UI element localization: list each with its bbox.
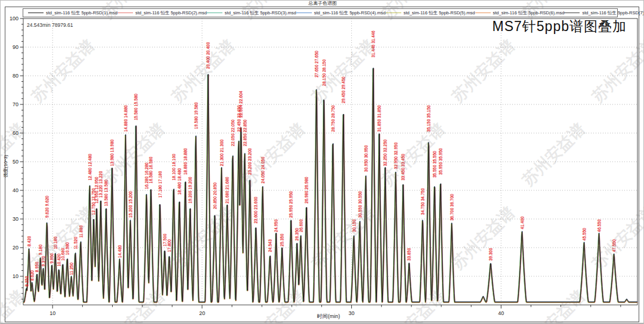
legend-item-label: std_sim-116 恒生 5ppb-RSD(7).msd [582, 10, 644, 16]
peak-retention-label: 17.800 [168, 239, 172, 252]
legend-line-sample [386, 13, 401, 13]
peak-retention-label: 31.850 31.850 [377, 105, 382, 132]
y-tick-label: 70 [13, 101, 18, 107]
peak-retention-label: 16.580 16.580 [149, 157, 153, 184]
peak-retention-label: 28.750 28.750 [331, 105, 335, 132]
peak-retention-label: 30.950 30.950 [364, 145, 369, 172]
legend-item-label: std_sim-116 恒生 5ppb-RSD(3).msd [225, 10, 296, 16]
peak-retention-label: 28.150 28.150 [322, 59, 326, 86]
legend-item-2[interactable]: std_sim-116 恒生 5ppb-RSD(2).msd [117, 10, 207, 16]
y-tick-label: 60 [13, 130, 18, 136]
x-axis-label: 时间(min) [296, 313, 361, 320]
peak-retention-label: 32.950 32.950 [394, 143, 398, 169]
peak-retention-label: 33.450 33.450 [401, 154, 405, 181]
peak-retention-label: 10.180 [54, 236, 58, 249]
peak-retention-label: 24.950 [274, 219, 278, 232]
trace-legend: std_sim-116 恒生 5ppb-RSD(1).msdstd_sim-11… [23, 8, 618, 17]
instrument-chromatogram-window: 总离子色谱图 std_sim-116 恒生 5ppb-RSD(1).msdstd… [0, 0, 644, 324]
legend-item-label: std_sim-116 恒生 5ppb-RSD(1).msd [46, 10, 117, 16]
peak-retention-label: 18.100 18.100 [172, 154, 176, 181]
y-tick-label: 20 [13, 245, 18, 251]
legend-item-label: std_sim-116 恒生 5ppb-RSD(5).msd [404, 10, 475, 16]
peak-retention-label: 25.350 [280, 233, 284, 246]
legend-line-sample [117, 13, 133, 13]
x-tick-label: 10 [49, 310, 55, 316]
peak-retention-label: 23.600 23.600 [254, 197, 258, 224]
tic-trace-replicate [23, 69, 637, 303]
peak-retention-label: 18.880 18.880 [184, 148, 188, 175]
peak-retention-label: 30.150 [352, 219, 357, 232]
peak-retention-label: 13.980 13.980 [110, 140, 114, 166]
chromatogram-canvas[interactable]: 102030405060708090100102030408.2508.2508… [1, 1, 644, 324]
y-tick-label: 50 [13, 159, 18, 165]
y-axis-label: 强度(10^3) [2, 147, 9, 186]
peak-retention-label: 11.520 [74, 237, 78, 249]
peak-retention-label: 17.180 17.180 [158, 171, 162, 198]
peak-retention-label: 26.980 26.980 [305, 177, 309, 203]
legend-item-6[interactable]: std_sim-116 恒生 5ppb-RSD(6).msd [475, 10, 565, 16]
peak-retention-label: 25.950 25.950 [289, 191, 293, 218]
peak-retention-label: 11.880 [79, 226, 83, 238]
legend-item-7[interactable]: std_sim-116 恒生 5ppb-RSD(7).msd [564, 10, 644, 16]
peak-retention-label: 24.050 24.050 [261, 157, 265, 184]
peak-retention-label: 13.220 13.220 [99, 171, 103, 198]
peak-retention-label: 39.300 [489, 248, 493, 261]
peak-retention-label: 9.370 [42, 256, 46, 267]
legend-line-sample [28, 13, 44, 13]
peak-retention-label: 19.580 19.580 [194, 102, 199, 129]
peak-retention-label: 22.050 22.050 [231, 119, 235, 146]
legend-item-label: std_sim-116 恒生 5ppb-RSD(6).msd [493, 10, 565, 16]
peak-retention-label: 8.620 [30, 270, 35, 281]
x-tick-label: 40 [498, 310, 504, 316]
peak-retention-label: 22.850 22.850 [243, 119, 247, 146]
peak-retention-label: 36.700 36.700 [450, 194, 454, 221]
peak-retention-label: 11.250 [70, 263, 74, 275]
y-tick-label: 30 [13, 216, 18, 222]
legend-item-4[interactable]: std_sim-116 恒生 5ppb-RSD(4).msd [296, 10, 386, 16]
peak-retention-label: 24.543 [268, 239, 273, 252]
peak-retention-label: 14.480 [118, 245, 122, 258]
legend-item-label: std_sim-116 恒生 5ppb-RSD(4).msd [314, 10, 386, 16]
legend-line-sample [564, 13, 580, 13]
peak-retention-label: 35.950 35.950 [439, 148, 443, 175]
peak-retention-label: 32.250 32.250 [383, 140, 388, 166]
peak-retention-label: 29.450 29.450 [342, 76, 346, 103]
peak-retention-label: 15.580 15.580 [134, 94, 138, 121]
peak-retention-label: 20.400 20.400 [206, 42, 210, 69]
peak-retention-label: 18.480 18.480 [178, 168, 182, 195]
peak-retention-label: 33.850 [407, 248, 411, 261]
peak-retention-label: 21.300 21.300 [220, 140, 224, 166]
legend-item-1[interactable]: std_sim-116 恒生 5ppb-RSD(1).msd [28, 10, 117, 16]
peak-retention-label: 8.420 [27, 236, 32, 246]
peak-retention-label: 9.620 9.620 [45, 196, 49, 218]
x-tick-label: 20 [199, 310, 205, 316]
peak-retention-label: 10.980 [66, 242, 70, 255]
peak-retention-label: 20.850 20.850 [213, 183, 217, 209]
peak-retention-label: 13.580 13.580 [104, 180, 109, 206]
legend-item-3[interactable]: std_sim-116 恒生 5ppb-RSD(3).msd [207, 10, 296, 16]
peak-retention-label: 41.400 [521, 217, 525, 230]
legend-item-5[interactable]: std_sim-116 恒生 5ppb-RSD(5).msd [386, 10, 475, 16]
peak-retention-label: 35.550 35.550 [433, 151, 437, 178]
peak-retention-label: 8.950 [35, 262, 39, 273]
y-tick-label: 40 [13, 187, 18, 193]
peak-retention-label: 15.200 15.200 [129, 191, 133, 218]
legend-item-label: std_sim-116 恒生 5ppb-RSD(2).msd [135, 10, 207, 16]
peak-retention-label: 47.550 [612, 239, 617, 252]
peak-retention-label: 30.550 30.550 [358, 191, 363, 218]
peak-retention-label: 23.200 23.200 [248, 148, 252, 175]
peak-retention-label: 46.550 [597, 219, 602, 232]
legend-line-sample [475, 13, 491, 13]
peak-retention-label: 14.880 14.880 [124, 105, 128, 132]
legend-line-sample [296, 13, 312, 13]
overlay-title: MS7针5ppb谱图叠加 [493, 17, 627, 36]
peak-retention-label: 9.950 [50, 253, 54, 264]
peak-retention-label: 26.600 [299, 219, 304, 232]
peak-retention-label: 9.180 [39, 245, 43, 255]
y-tick-label: 100 [10, 16, 18, 21]
tic-trace-replicate [23, 69, 637, 303]
peak-retention-label: 34.750 34.750 [421, 188, 425, 215]
peak-retention-label: 22.604 22.604 [239, 91, 243, 118]
legend-line-sample [207, 13, 222, 13]
y-tick-label: 80 [13, 73, 18, 79]
